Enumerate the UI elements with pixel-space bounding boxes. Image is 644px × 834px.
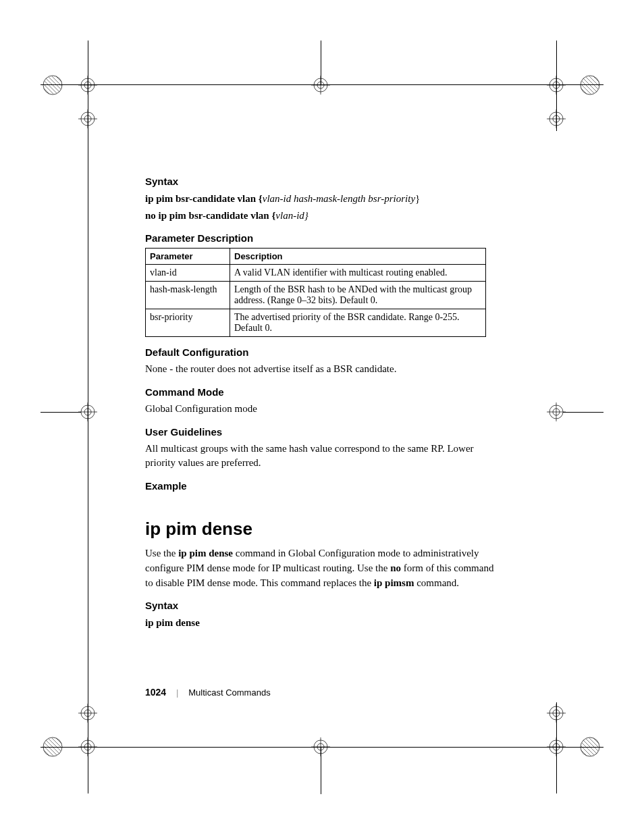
command-mode-body: Global Configuration mode [145, 402, 496, 417]
default-config-heading: Default Configuration [145, 346, 496, 358]
registration-mark-icon [579, 74, 601, 96]
default-config-body: None - the router does not advertise its… [145, 362, 496, 377]
syntax-line: ip pim dense [145, 615, 496, 631]
syntax-heading: Syntax [145, 600, 496, 611]
crop-line [88, 41, 88, 793]
param-desc: Length of the BSR hash to be ANDed with … [230, 282, 486, 309]
crop-line [321, 747, 321, 794]
table-row: hash-mask-length Length of the BSR hash … [146, 282, 486, 309]
table-row: vlan-id A valid VLAN identifier with mul… [146, 265, 486, 282]
inline-command: ip pimsm [374, 577, 414, 588]
example-heading: Example [145, 480, 496, 492]
syntax-args: vlan-id hash-mask-length bsr-priority [263, 193, 415, 204]
user-guidelines-body: All multicast groups with the same hash … [145, 442, 496, 471]
param-name: hash-mask-length [146, 282, 230, 309]
syntax-args: vlan-id} [275, 210, 308, 221]
command-mode-heading: Command Mode [145, 386, 496, 398]
chapter-name: Multicast Commands [188, 687, 270, 698]
crop-line [556, 702, 557, 793]
inline-keyword: no [390, 563, 401, 573]
syntax-line: ip pim bsr-candidate vlan {vlan-id hash-… [145, 191, 496, 207]
inline-command: ip pim dense [178, 548, 233, 558]
command-title: ip pim dense [145, 519, 496, 540]
page-footer: 1024 | Multicast Commands [145, 687, 271, 698]
syntax-brace: } [415, 193, 420, 204]
syntax-cmd: ip pim bsr-candidate vlan { [145, 193, 263, 204]
crop-line [41, 747, 603, 748]
user-guidelines-heading: User Guidelines [145, 426, 496, 438]
footer-separator: | [176, 687, 178, 698]
crop-line [321, 41, 321, 84]
syntax-line: no ip pim bsr-candidate vlan {vlan-id} [145, 208, 496, 224]
page-number: 1024 [145, 687, 166, 698]
param-desc: A valid VLAN identifier with multicast r… [230, 265, 486, 282]
registration-mark-icon [42, 74, 63, 96]
page-body: Syntax ip pim bsr-candidate vlan {vlan-i… [145, 176, 496, 632]
crop-line [41, 412, 81, 413]
table-row: bsr-priority The advertised priority of … [146, 309, 486, 337]
crop-line [563, 412, 603, 413]
syntax-heading: Syntax [145, 176, 496, 187]
text: command. [414, 577, 459, 588]
table-header-row: Parameter Description [146, 249, 486, 265]
syntax-cmd: no ip pim bsr-candidate vlan { [145, 210, 275, 221]
parameter-description-heading: Parameter Description [145, 232, 496, 244]
crop-line [556, 41, 557, 131]
parameter-table: Parameter Description vlan-id A valid VL… [145, 248, 486, 337]
command-description: Use the ip pim dense command in Global C… [145, 546, 496, 590]
text: Use the [145, 548, 178, 558]
param-name: bsr-priority [146, 309, 230, 337]
table-header: Parameter [146, 249, 230, 265]
param-name: vlan-id [146, 265, 230, 282]
table-header: Description [230, 249, 486, 265]
crop-line [41, 84, 603, 85]
param-desc: The advertised priority of the BSR candi… [230, 309, 486, 337]
